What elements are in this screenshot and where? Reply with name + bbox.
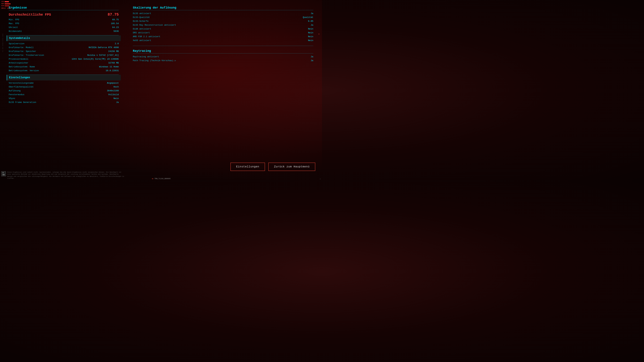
einstellungen-value-4: Nein xyxy=(114,97,119,100)
systemdetails-value-0: 2.0 xyxy=(115,42,119,45)
skalierung-row-7: XeSS aktiviertNein xyxy=(131,38,315,42)
einstellungen-label-4: VSync xyxy=(9,97,15,100)
einstellungen-label-0: Voreinstellungsname xyxy=(9,82,34,84)
hud-fps-num: 0012 xyxy=(1,7,6,9)
einstellungen-label-5: DLSS Frame Generation xyxy=(9,101,36,104)
mem-bar: MEM xyxy=(1,3,11,5)
hud-arrow-icon: —▶ xyxy=(152,178,154,180)
systemdetails-value-6: Windows 11 Home xyxy=(99,65,119,68)
skalierung-rows: DLSS aktiviertJaDLSS-QualitätQualitätDLS… xyxy=(131,11,315,42)
systemdetails-value-7: 10.0.22631 xyxy=(106,69,119,72)
skalierung-divider xyxy=(133,10,313,10)
systemdetails-label-5: Arbeitsspeicher xyxy=(9,62,28,64)
uhrzeit-value: 64.23 xyxy=(112,26,119,29)
right-side-element: ⊳ xyxy=(318,33,320,35)
hud-bottom-text: Diese Ergebnisse sind jedoch nicht reprä… xyxy=(7,171,124,180)
side-hud-left: 4C-D0-0000-D7A1-N56 xyxy=(2,33,4,52)
einstellungen-value-1: Hoch xyxy=(114,86,119,88)
back-button[interactable]: Zurück zum Hauptmenü xyxy=(268,163,315,171)
skalierung-label-7: XeSS aktiviert xyxy=(133,39,151,42)
systemdetails-label-1: Grafikkarte: Modell xyxy=(9,46,34,49)
systemdetails-section: Systemdetails Spielversion2.0Grafikkarte… xyxy=(7,34,121,72)
systemdetails-value-4: 13th Gen Intel(R) Core(TM) i9-13900K xyxy=(72,58,119,60)
skalierung-label-4: DLAA aktiviert xyxy=(133,28,151,30)
einstellungen-label-1: Oberflächenqualität xyxy=(9,86,34,88)
skalierung-section: Skalierung der Auflösung DLSS aktiviertJ… xyxy=(131,3,315,42)
max-fps-label: Max. FPS xyxy=(9,22,19,25)
settings-button[interactable]: Einstellungen xyxy=(230,163,265,171)
systemdetails-value-1: NVIDIA GeForce RTX 4090 xyxy=(89,46,119,49)
hud-fps-sep: 119/ xyxy=(7,7,11,9)
hud-bottom-code: TRN_TLCAS_B00095 xyxy=(154,178,170,180)
systemdetails-row-1: Grafikkarte: ModellNVIDIA GeForce RTX 40… xyxy=(7,45,121,49)
einstellungen-value-3: Vollbild xyxy=(108,93,119,96)
systemdetails-row-3: Grafikkarte: TreiberversionNvidia v 5374… xyxy=(7,53,121,57)
skalierung-value-2: 0.05 xyxy=(308,20,313,22)
einstellungen-label-3: Fenstermodus xyxy=(9,93,24,96)
einstellungen-value-2: 3840x2160 xyxy=(107,89,119,92)
einstellungen-label-2: Auflösung xyxy=(9,89,20,92)
results-divider xyxy=(9,10,119,10)
systemdetails-header: Systemdetails xyxy=(7,35,121,41)
skalierung-row-5: DRS aktiviertNein xyxy=(131,31,315,35)
results-section: Ergebnisse Durchschnittliche FPS 87.75 M… xyxy=(7,3,121,33)
results-title: Ergebnisse xyxy=(7,3,121,10)
skalierung-value-4: Nein xyxy=(308,28,313,30)
skalierung-label-5: DRS aktiviert xyxy=(133,31,150,34)
ram-graph xyxy=(5,5,10,6)
skalierung-row-4: DLAA aktiviertNein xyxy=(131,27,315,31)
raytracing-value-0: Ja xyxy=(310,55,313,58)
cpu-graph xyxy=(5,1,9,2)
bildanzahl-label: Bildanzahl xyxy=(9,30,22,32)
hud-bottom-center: —▶ TRN_TLCAS_B00095 xyxy=(152,178,170,180)
raytracing-top-divider xyxy=(133,46,313,46)
min-fps-row: Min. FPS 69.75 xyxy=(7,18,121,22)
systemdetails-value-2: 24156 MB xyxy=(108,50,119,53)
einstellungen-row-3: FenstermodusVollbild xyxy=(7,93,121,96)
cpu-bar: CPU xyxy=(1,1,11,3)
skalierung-value-5: Nein xyxy=(308,31,313,34)
ram-bar: RAM xyxy=(1,5,11,7)
hud-topleft: CPU MEM RAM 0012 119/ xyxy=(0,0,12,10)
ram-label: RAM xyxy=(1,5,4,7)
max-fps-value: 105.54 xyxy=(111,22,119,25)
skalierung-row-6: AMD FSR 2.1 aktiviertNein xyxy=(131,35,315,38)
systemdetails-row-2: Grafikkarte: Speicher24156 MB xyxy=(7,49,121,53)
einstellungen-row-2: Auflösung3840x2160 xyxy=(7,89,121,93)
skalierung-label-2: DLSS-Schärfe xyxy=(133,20,148,22)
buttons-area: Einstellungen Zurück zum Hauptmenü xyxy=(230,163,315,171)
einstellungen-row-5: DLSS Frame GenerationJa xyxy=(7,100,121,104)
min-fps-label: Min. FPS xyxy=(9,18,19,21)
hud-bottom-right: △ xyxy=(320,178,321,180)
main-content: Ergebnisse Durchschnittliche FPS 87.75 M… xyxy=(7,3,315,174)
raytracing-divider xyxy=(133,53,313,53)
einstellungen-section: Einstellungen VoreinstellungsnameAngepas… xyxy=(7,74,121,104)
systemdetails-label-2: Grafikkarte: Speicher xyxy=(9,50,36,53)
hud-v-badge: V85 xyxy=(1,171,6,176)
systemdetails-row-0: Spielversion2.0 xyxy=(7,42,121,45)
skalierung-label-3: DLSS Ray Reconstruction aktiviert xyxy=(133,24,176,26)
raytracing-label-1: Path Tracing (Technik-Vorschau) ▷ xyxy=(133,59,176,62)
systemdetails-top-divider xyxy=(9,35,119,35)
mem-graph xyxy=(5,3,10,4)
einstellungen-header: Einstellungen xyxy=(7,75,121,80)
einstellungen-row-4: VSyncNein xyxy=(7,96,121,100)
skalierung-value-1: Qualität xyxy=(303,16,313,18)
skalierung-title: Skalierung der Auflösung xyxy=(131,3,315,10)
skalierung-value-7: Nein xyxy=(308,39,313,42)
systemdetails-row-4: Prozessormodell13th Gen Intel(R) Core(TM… xyxy=(7,57,121,61)
systemdetails-rows: Spielversion2.0Grafikkarte: ModellNVIDIA… xyxy=(7,42,121,72)
systemdetails-value-5: 32768 MB xyxy=(108,62,119,64)
bildanzahl-value: 5636 xyxy=(114,30,119,32)
raytracing-row-1: Path Tracing (Technik-Vorschau) ▷Ja xyxy=(131,59,315,62)
systemdetails-row-6: Betriebssystem: NameWindows 11 Home xyxy=(7,65,121,69)
einstellungen-value-0: Angepasst xyxy=(107,82,119,84)
systemdetails-label-7: Betriebssystem: Version xyxy=(9,69,39,72)
skalierung-row-2: DLSS-Schärfe0.05 xyxy=(131,19,315,23)
systemdetails-label-6: Betriebssystem: Name xyxy=(9,65,35,68)
systemdetails-label-3: Grafikkarte: Treiberversion xyxy=(9,54,44,56)
systemdetails-label-0: Spielversion xyxy=(9,42,24,45)
mem-label: MEM xyxy=(1,3,4,5)
skalierung-row-3: DLSS Ray Reconstruction aktiviertJa xyxy=(131,23,315,27)
bildanzahl-row: Bildanzahl 5636 xyxy=(7,29,121,33)
